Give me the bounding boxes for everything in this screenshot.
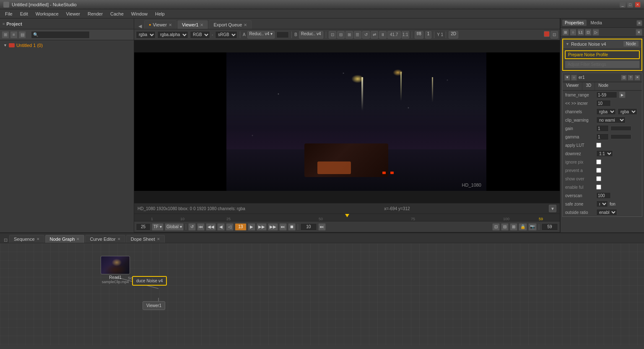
bottom-tab-sequence[interactable]: Sequence ✕ — [9, 235, 44, 243]
viewer-status-dropdown[interactable]: ▼ — [549, 205, 556, 212]
timeline-start-input[interactable] — [136, 223, 151, 231]
properties-tab[interactable]: Properties — [562, 20, 587, 26]
bottom-tab-dope-sheet[interactable]: Dope Sheet ✕ — [126, 235, 165, 243]
vp-icon-3[interactable]: ⊡ — [621, 75, 627, 81]
viewer-zoom[interactable]: 1:1 — [402, 31, 409, 39]
vp-tab-viewer[interactable]: Viewer — [563, 82, 582, 90]
node-graph-area[interactable]: Read1 sampleClip.mp4 Source duce Noise v… — [0, 243, 644, 346]
frame-range-input[interactable] — [596, 91, 617, 98]
menu-edit[interactable]: Edit — [17, 10, 31, 17]
timeline-icon-5[interactable]: 📷 — [528, 223, 537, 231]
gamma-input[interactable] — [596, 133, 609, 140]
node-viewer1[interactable]: Viewer1 — [143, 301, 165, 310]
menu-window[interactable]: Window — [128, 10, 151, 17]
ignore-pix-checkbox[interactable] — [596, 159, 601, 164]
node-reduce-noise[interactable]: duce Noise v4 — [132, 276, 167, 286]
timeline-increment-input[interactable] — [300, 223, 317, 231]
apply-lut-checkbox[interactable] — [596, 143, 601, 148]
show-over-checkbox[interactable] — [596, 176, 601, 181]
bottom-tab-sequence-close[interactable]: ✕ — [36, 237, 40, 241]
vp-icon-1[interactable]: ▼ — [564, 75, 570, 81]
viewer-icon-pause[interactable]: ⏸ — [379, 31, 387, 39]
prepare-noise-profile-btn[interactable]: Prepare Noise Profile — [565, 50, 640, 59]
list-view-button[interactable]: ≡ — [10, 31, 18, 39]
viewer-tab-close-1[interactable]: ✕ — [169, 23, 172, 27]
close-button[interactable]: ✕ — [635, 2, 641, 8]
maximize-button[interactable]: □ — [627, 2, 633, 8]
prop-icon-l1[interactable]: L1 — [577, 29, 584, 36]
go-end-button[interactable]: ⏭ — [279, 223, 287, 231]
gain-slider[interactable] — [610, 126, 631, 131]
viewer-icon-4[interactable]: ↺ — [362, 31, 370, 39]
step-back-button[interactable]: ◀ — [217, 223, 225, 231]
timeline-icon-3[interactable]: ⊞ — [510, 223, 517, 231]
outside-ratio-select[interactable]: enable — [596, 209, 617, 216]
frame-range-btn[interactable]: ▶ — [619, 91, 626, 98]
menu-cache[interactable]: Cache — [107, 10, 127, 17]
vp-icon-2[interactable]: ○ — [571, 75, 577, 81]
viewer-tab-close-3[interactable]: ✕ — [244, 23, 247, 27]
prev-frame-button[interactable]: ◀◀ — [206, 223, 216, 231]
skip-button[interactable]: ⏭ — [318, 223, 326, 231]
timeline-icon-2[interactable]: ⊟ — [501, 223, 509, 231]
vp-icon-4[interactable]: ? — [628, 75, 634, 81]
viewer-color-picker[interactable] — [544, 31, 550, 37]
step-forward-button[interactable]: ▶▶ — [257, 223, 267, 231]
viewer-tab-viewer1[interactable]: Viewer1 ✕ — [177, 20, 208, 29]
next-frame-button[interactable]: ▶▶ — [268, 223, 278, 231]
viewer-icon-2[interactable]: ⊟ — [337, 31, 345, 39]
menu-workspace[interactable]: Workspace — [32, 10, 62, 17]
clip-warning-select[interactable]: no warni — [596, 117, 626, 123]
project-search-input[interactable] — [39, 31, 96, 39]
viewer-tab-close-2[interactable]: ✕ — [200, 23, 203, 27]
menu-help[interactable]: Help — [152, 10, 168, 17]
viewer-fstop[interactable]: f/8 — [415, 31, 423, 39]
loop-button[interactable]: ↺ — [188, 223, 196, 231]
channel-select[interactable]: rgba — [136, 31, 156, 39]
increr-input[interactable] — [596, 100, 611, 107]
viewer-frame-btn[interactable]: 1 — [425, 31, 432, 39]
menu-render[interactable]: Render — [84, 10, 106, 17]
loss-value-btn[interactable]: Reduc.. v4 — [299, 31, 323, 39]
downrez-select[interactable]: 1:1 — [596, 150, 613, 157]
bottom-tab-curve-editor-close[interactable]: ✕ — [117, 237, 121, 241]
safe-zone-select[interactable]: no — [596, 201, 608, 207]
reduce-noise-node-btn[interactable]: Node — [623, 41, 639, 47]
media-tab[interactable]: Media — [588, 20, 605, 26]
bottom-tab-node-graph-close[interactable]: ✕ — [76, 237, 80, 241]
project-tree-item-untitled[interactable]: ▼ Untitled 1 (0) — [2, 42, 132, 49]
prop-icon-grid[interactable]: ⊞ — [562, 29, 569, 36]
tf-button[interactable]: TF ▾ — [152, 223, 164, 231]
channels-select-2[interactable]: rgba — [618, 108, 637, 115]
timeline-icon-4[interactable]: 🔒 — [519, 223, 527, 231]
prop-icon-box[interactable]: ⊡ — [585, 29, 592, 36]
viewer-icon-3[interactable]: ☰ — [354, 31, 361, 39]
overscan-input[interactable] — [596, 192, 611, 199]
viewer-icon-1[interactable]: ⊡ — [329, 31, 336, 39]
timeline-icon-1[interactable]: ⊡ — [492, 223, 500, 231]
colorspace-select[interactable]: RGB — [190, 31, 210, 39]
menu-file[interactable]: File — [2, 10, 16, 17]
adjust-filter-settings-btn[interactable]: Adjust Filter Settings — [565, 60, 640, 68]
vp-tab-3d[interactable]: 3D — [582, 82, 595, 90]
viewer-tab-arrow-left[interactable]: ◀ — [136, 23, 144, 29]
viewer-tab-export-queue[interactable]: Export Queue ✕ — [209, 20, 252, 29]
prop-icon-circle[interactable]: ○ — [570, 29, 576, 36]
grid-view-button[interactable]: ⊞ — [2, 31, 9, 39]
frame-13-btn[interactable]: 13 — [235, 223, 247, 231]
bottom-tab-curve-editor[interactable]: Curve Editor ✕ — [85, 235, 125, 243]
viewer-icon-right1[interactable]: ⊡ — [551, 31, 558, 39]
channels-select-1[interactable]: rgba — [596, 108, 616, 115]
enable-ful-checkbox[interactable] — [596, 185, 601, 190]
sort-button[interactable]: ▤ — [18, 31, 26, 39]
go-start-button[interactable]: ⏮ — [197, 223, 205, 231]
viewer-icon-5[interactable]: ⇌ — [371, 31, 378, 39]
vp-icon-close[interactable]: ✕ — [634, 75, 640, 81]
right-panel-icon-1[interactable]: ≡ — [636, 20, 642, 26]
stop-button[interactable]: ⏹ — [288, 223, 296, 231]
gain-input[interactable] — [596, 125, 609, 132]
prop-icon-play[interactable]: ▷ — [592, 29, 599, 36]
bottom-tab-dope-sheet-close[interactable]: ✕ — [157, 237, 160, 241]
prop-icon-close[interactable]: ✕ — [636, 29, 642, 36]
gain-value-btn[interactable]: Reduc.. v4 ▾ — [247, 31, 275, 39]
